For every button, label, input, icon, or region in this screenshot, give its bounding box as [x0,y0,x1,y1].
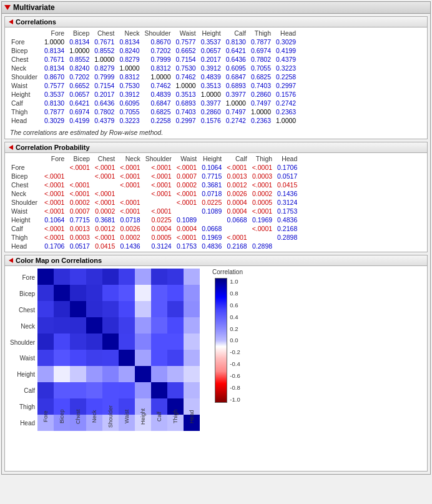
cell-value: <.0001 [174,198,199,207]
legend-value: -0.2 [230,348,240,355]
correlations-collapse-icon[interactable] [9,19,13,24]
cell-value: 0.3223 [273,64,298,72]
cell-value: 0.0002 [92,207,117,215]
heatmap-row-labels: ForeBicepChestNeckShoulderWaistHeightCal… [10,269,35,431]
col-header-head: Head [273,29,298,37]
heatmap-cell [119,317,135,334]
cell-value: 0.4379 [92,116,117,125]
collapse-icon[interactable] [4,5,11,10]
heatmap-col-label: Bicep [54,401,70,432]
cell-value: <.0001 [143,189,174,198]
heatmap-row-label: Fore [10,270,35,286]
heatmap-cell [54,382,70,398]
table-row: Thigh<.00010.0003<.00010.00020.0005<.000… [7,233,300,242]
heatmap-cell [54,317,70,334]
col-header-height: Height [199,29,223,37]
heatmap-cell [167,350,184,366]
cell-value [67,172,92,180]
cell-value: 0.0004 [224,198,249,207]
heatmap-cell [135,350,151,366]
cell-value: 0.4839 [199,72,223,81]
cell-value: 0.6825 [248,72,273,81]
cell-value: 0.0718 [117,215,142,224]
row-label: Waist [7,81,42,90]
cell-value: 0.3977 [223,90,248,99]
heatmap-cell [135,301,151,317]
cell-value: 0.2898 [275,233,300,242]
legend-title: Correlation [212,269,243,275]
col-header-thigh: Thigh [248,29,273,37]
cell-value: 0.3912 [117,90,142,99]
table-row: Chest<.0001<.0001 <.0001<.00010.00020.36… [7,180,300,189]
heatmap-cell [135,334,151,350]
heatmap-cell [167,334,184,350]
col-header-fore: Fore [42,29,67,37]
heatmap-col-labels: ForeBicepChestNeckShoulderWaistHeightCal… [37,432,200,463]
row-label: Neck [7,64,42,72]
cell-value: <.0001 [117,198,142,207]
cell-value: 0.6436 [92,99,117,107]
cell-value: 0.7154 [92,81,117,90]
cell-value: 0.2363 [273,107,298,116]
cell-value: 0.2168 [224,242,249,250]
cell-value: <.0001 [224,163,249,172]
cell-value [174,207,199,215]
prob-collapse-icon[interactable] [9,145,13,150]
row-label: Thigh [7,107,42,116]
heatmap-cell [167,285,184,301]
heatmap-cell [86,350,102,366]
cell-value: 0.0517 [275,172,300,180]
cell-value [143,198,174,207]
cell-value: 0.8552 [92,46,117,55]
heatmap-cell [54,366,70,382]
col-header-waist: Waist [174,29,199,37]
table-row: Waist<.00010.00070.0002<.0001<.0001 0.10… [7,207,300,215]
color-map-collapse-icon[interactable] [9,258,13,263]
legend-value: -1.0 [230,396,240,403]
heatmap-cell [86,382,102,398]
cell-value: 0.0007 [67,207,92,215]
cell-value: 0.2363 [248,116,273,125]
cell-value: 0.3513 [199,81,223,90]
cell-value: 0.0003 [67,233,92,242]
heatmap-cell [102,334,119,350]
cell-value: 0.7802 [92,107,117,116]
heatmap-cell [184,366,200,382]
heatmap-cell [70,334,86,350]
heatmap-cell [135,382,151,398]
heatmap-cell [37,285,54,301]
legend-gradient [215,278,227,403]
cell-value: 0.6974 [67,107,92,116]
cell-value: 0.7154 [174,55,199,64]
cell-value: 0.6421 [223,46,248,55]
prob-title: Correlation Probability [16,144,90,151]
legend-value: 0.6 [230,302,240,309]
cell-value: 0.2258 [273,72,298,81]
cell-value: 0.7671 [42,55,67,64]
cell-value: 0.6652 [67,81,92,90]
cell-value [199,215,224,224]
cell-value: 0.8279 [117,55,142,64]
correlations-section: Correlations ForeBicepChestNeckShoulderW… [4,16,428,139]
color-map-title: Color Map on Correlations [16,257,102,264]
cell-value: <.0001 [42,180,67,189]
cell-value: 0.3124 [275,198,300,207]
cell-value: 0.8670 [42,72,67,81]
heatmap-cell [86,285,102,301]
cell-value: <.0001 [92,233,117,242]
heatmap-row-label: Shoulder [10,334,35,350]
row-label: Waist [7,207,42,215]
row-label: Fore [7,163,42,172]
cell-value: 0.8130 [42,99,67,107]
cell-value: 0.1753 [174,242,199,250]
cell-value: 0.8279 [92,64,117,72]
cell-value: 0.1089 [199,207,224,215]
cell-value: 0.6652 [174,46,199,55]
col-header-fore: Fore [42,154,67,163]
row-label: Head [7,242,42,250]
cell-value: 0.6436 [223,55,248,64]
heatmap-cell [86,269,102,285]
heatmap-cell [119,334,135,350]
heatmap-cell [70,317,86,334]
cell-value: 0.8240 [67,64,92,72]
